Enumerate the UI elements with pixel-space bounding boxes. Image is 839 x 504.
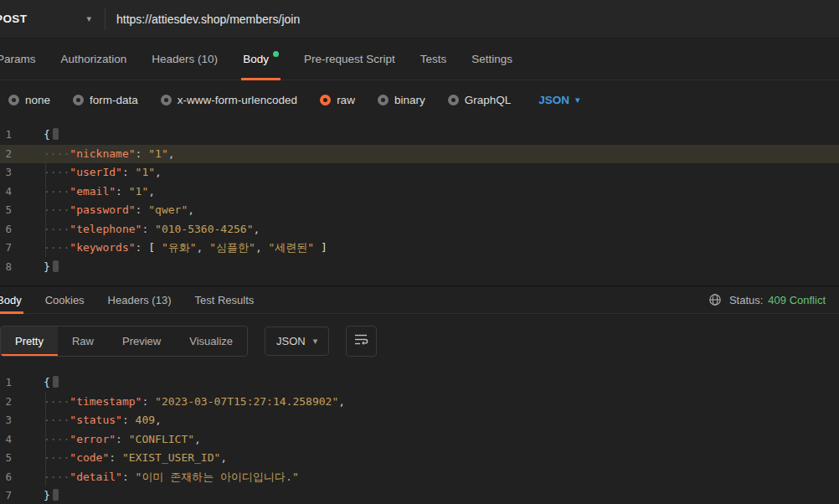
url-input[interactable]: https://attiesdev.shop/members/join [106, 0, 839, 38]
response-language-dropdown[interactable]: JSON ▾ [265, 327, 329, 356]
response-body-editor[interactable]: 1{2····"timestamp": "2023-03-07T15:27:14… [0, 367, 839, 504]
chevron-down-icon: ▾ [575, 95, 580, 105]
code-line[interactable]: 7····"keywords": [ "유화", "심플한", "세련된" ] [0, 239, 839, 258]
response-tabs: Body Cookies Headers (13) Test Results S… [0, 286, 839, 314]
radio-circle-icon [378, 95, 389, 105]
chevron-down-icon: ▾ [86, 13, 91, 24]
radio-binary[interactable]: binary [378, 94, 425, 106]
code-text: { [23, 373, 839, 393]
line-number: 5 [0, 449, 23, 468]
code-line[interactable]: 4····"email": "1", [0, 183, 839, 202]
code-line[interactable]: 3····"userId": "1", [0, 163, 839, 183]
tab-response-headers[interactable]: Headers (13) [108, 286, 172, 313]
line-number: 3 [0, 411, 23, 430]
indent-guide [45, 393, 46, 486]
method-dropdown[interactable]: POST ▾ [0, 0, 105, 38]
code-text: } [23, 258, 839, 277]
radio-binary-label: binary [394, 94, 425, 106]
tab-pre-request-script[interactable]: Pre-request Script [304, 39, 395, 80]
fold-marker[interactable] [53, 260, 59, 272]
body-modified-dot [273, 51, 279, 57]
radio-raw[interactable]: raw [320, 94, 355, 106]
radio-graphql-label: GraphQL [465, 94, 512, 106]
radio-x-www-label: x-www-form-urlencoded [178, 94, 297, 106]
wrap-lines-button[interactable] [346, 326, 377, 357]
code-text: ····"nickname": "1", [23, 145, 839, 164]
line-number: 4 [0, 430, 23, 450]
response-status-area: Status: 409 Conflict [708, 286, 826, 313]
request-url-bar: POST ▾ https://attiesdev.shop/members/jo… [0, 0, 839, 39]
radio-circle-icon [73, 95, 84, 105]
view-pretty[interactable]: Pretty [1, 327, 58, 356]
code-text: } [23, 486, 839, 504]
tab-headers[interactable]: Headers (10) [152, 39, 218, 80]
radio-form-data-label: form-data [90, 94, 138, 106]
window-content: POST ▾ https://attiesdev.shop/members/jo… [0, 0, 839, 504]
code-text: ····"detail": "이미 존재하는 아이디입니다." [23, 468, 839, 487]
code-text: ····"userId": "1", [23, 163, 839, 183]
line-number: 1 [0, 373, 23, 393]
raw-language-dropdown[interactable]: JSON ▾ [538, 94, 579, 106]
view-preview[interactable]: Preview [108, 327, 175, 356]
code-line[interactable]: 7} [0, 486, 839, 504]
line-number: 7 [0, 239, 23, 258]
code-text: ····"error": "CONFLICT", [23, 430, 839, 450]
view-raw[interactable]: Raw [58, 327, 108, 356]
code-line[interactable]: 2····"timestamp": "2023-03-07T15:27:14.2… [0, 393, 839, 412]
tab-test-results[interactable]: Test Results [194, 286, 254, 313]
line-number: 1 [0, 126, 23, 145]
line-number: 2 [0, 393, 23, 412]
tab-body-label: Body [243, 53, 269, 65]
code-line[interactable]: 4····"error": "CONFLICT", [0, 430, 839, 450]
code-text: ····"timestamp": "2023-03-07T15:27:14.25… [23, 393, 839, 412]
code-text: ····"telephone": "010-5360-4256", [23, 220, 839, 239]
code-line[interactable]: 8} [0, 258, 839, 277]
code-line[interactable]: 5····"password": "qwer", [0, 201, 839, 220]
code-line[interactable]: 1{ [0, 126, 839, 145]
chevron-down-icon: ▾ [313, 336, 318, 347]
radio-x-www-form-urlencoded[interactable]: x-www-form-urlencoded [161, 94, 297, 106]
view-visualize[interactable]: Visualize [175, 327, 247, 356]
status-value: 409 Conflict [768, 294, 826, 306]
tab-response-body[interactable]: Body [0, 286, 22, 313]
fold-marker[interactable] [53, 489, 59, 501]
code-text: ····"keywords": [ "유화", "심플한", "세련된" ] [23, 239, 839, 258]
response-view-row: Pretty Raw Preview Visualize JSON ▾ [0, 314, 839, 367]
code-text: { [23, 126, 839, 145]
fold-marker[interactable] [53, 376, 59, 388]
line-number: 7 [0, 486, 23, 504]
code-text: ····"email": "1", [23, 183, 839, 202]
tab-body[interactable]: Body [243, 39, 279, 80]
response-language-label: JSON [276, 335, 306, 347]
code-text: ····"status": 409, [23, 411, 839, 430]
line-number: 5 [0, 201, 23, 220]
tab-authorization[interactable]: Authorization [61, 39, 127, 80]
tab-params[interactable]: Params [0, 39, 36, 80]
code-line[interactable]: 3····"status": 409, [0, 411, 839, 430]
postman-window: POST ▾ https://attiesdev.shop/members/jo… [0, 0, 839, 504]
code-line[interactable]: 2····"nickname": "1", [0, 145, 839, 164]
radio-raw-label: raw [337, 94, 355, 106]
request-body-editor[interactable]: 1{2····"nickname": "1",3····"userId": "1… [0, 119, 839, 285]
raw-language-label: JSON [538, 94, 569, 106]
code-line[interactable]: 6····"telephone": "010-5360-4256", [0, 220, 839, 239]
radio-form-data[interactable]: form-data [73, 94, 138, 106]
code-line[interactable]: 1{ [0, 373, 839, 393]
code-line[interactable]: 6····"detail": "이미 존재하는 아이디입니다." [0, 468, 839, 487]
tab-tests[interactable]: Tests [420, 39, 447, 80]
code-text: ····"code": "EXIST_USER_ID", [23, 449, 839, 468]
network-globe-icon[interactable] [708, 293, 722, 306]
tab-settings[interactable]: Settings [471, 39, 512, 80]
request-tabs: Params Authorization Headers (10) Body P… [0, 39, 839, 80]
response-section: Body Cookies Headers (13) Test Results S… [0, 285, 839, 504]
tab-cookies[interactable]: Cookies [45, 286, 85, 313]
line-number: 8 [0, 258, 23, 277]
line-number: 6 [0, 468, 23, 487]
code-line[interactable]: 5····"code": "EXIST_USER_ID", [0, 449, 839, 468]
radio-none[interactable]: none [8, 94, 50, 106]
fold-marker[interactable] [53, 128, 59, 140]
radio-circle-icon [448, 95, 459, 105]
radio-circle-selected-icon [320, 95, 331, 105]
radio-graphql[interactable]: GraphQL [448, 94, 512, 106]
radio-none-label: none [25, 94, 50, 106]
